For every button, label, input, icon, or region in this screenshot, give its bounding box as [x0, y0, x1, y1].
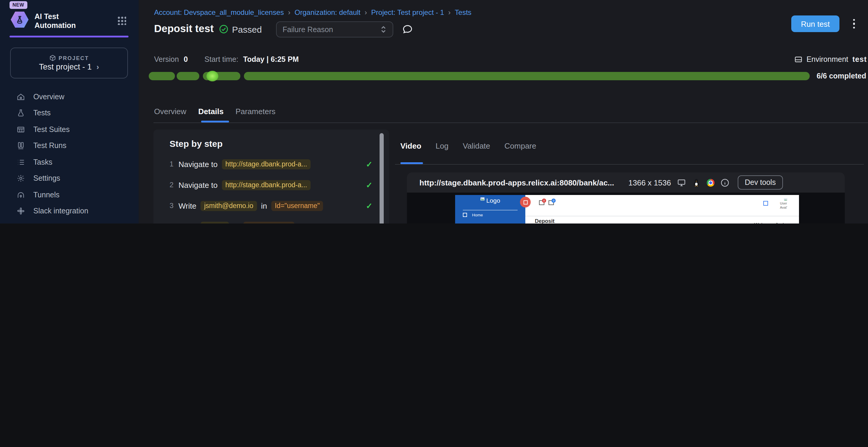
- step-row-4[interactable]: 4 Write ******** in Id="password": [169, 219, 372, 224]
- step-target-chip[interactable]: http://stage.dbank.prod-a...: [222, 180, 311, 190]
- progress-segment: [149, 72, 175, 80]
- run-test-button[interactable]: Run test: [791, 15, 839, 32]
- step-value-chip[interactable]: jsmith@demo.io: [200, 201, 257, 211]
- tab-overview[interactable]: Overview: [154, 107, 186, 116]
- step-row-3[interactable]: 3 Write jsmith@demo.io in Id="username": [169, 199, 372, 213]
- list-icon: [17, 158, 25, 166]
- step-target-chip[interactable]: Id="username": [271, 201, 323, 211]
- steps-title: Step by step: [169, 138, 222, 148]
- progress-active-glow: [207, 71, 218, 81]
- more-options-icon[interactable]: [853, 19, 856, 29]
- broken-image-icon: [480, 197, 485, 202]
- step-value-chip[interactable]: ********: [200, 221, 229, 224]
- info-icon[interactable]: [720, 178, 730, 187]
- app-grid-icon[interactable]: [117, 16, 126, 25]
- video-tabs: Video Log Validate Compare: [400, 141, 536, 150]
- progress-segment: [244, 72, 810, 80]
- status-badge: Passed: [232, 24, 262, 34]
- video-resolution: 1366 x 1536: [628, 178, 671, 187]
- environment-row: Environment test: [794, 55, 867, 64]
- chevron-right-icon: ›: [96, 62, 99, 71]
- bank-toolbar-icon: 0: [549, 200, 554, 205]
- tab-compare[interactable]: Compare: [504, 141, 536, 150]
- breadcrumb-project[interactable]: Project: Test project - 1: [371, 8, 444, 16]
- failure-reason-select[interactable]: Failure Reason: [276, 22, 393, 37]
- step-target-chip[interactable]: http://stage.dbank.prod-a...: [222, 159, 311, 169]
- tabs-divider: [154, 123, 868, 123]
- app-window: NEW AI Test Automation PROJECT Test proj…: [0, 0, 868, 224]
- start-time-label: Start time:: [204, 55, 238, 64]
- breadcrumb-organization[interactable]: Organization: default: [294, 8, 361, 16]
- step-row-1[interactable]: 1 Navigate to http://stage.dbank.prod-a.…: [169, 157, 372, 171]
- step-prep: in: [261, 201, 267, 210]
- detail-tabs: Overview Details Parameters: [154, 107, 275, 116]
- video-header: http://stage.dbank.prod-apps.relicx.ai:8…: [407, 172, 845, 193]
- sidebar-item-test-suites[interactable]: Test Suites: [0, 121, 138, 138]
- table-icon: [17, 126, 25, 134]
- sidebar-item-label: Settings: [33, 174, 60, 183]
- accent-divider: [9, 36, 128, 37]
- video-tabs-divider: [395, 164, 864, 165]
- sidebar: NEW AI Test Automation PROJECT Test proj…: [0, 0, 138, 224]
- sidebar-item-label: Slack integration: [33, 207, 88, 215]
- project-name: Test project - 1: [39, 62, 92, 71]
- sidebar-item-overview[interactable]: Overview: [0, 89, 138, 105]
- comment-icon[interactable]: [402, 24, 413, 34]
- sidebar-item-label: Tasks: [33, 158, 52, 166]
- bank-logo: Logo: [455, 197, 525, 204]
- sidebar-item-settings[interactable]: Settings: [0, 170, 138, 187]
- video-url: http://stage.dbank.prod-apps.relicx.ai:8…: [420, 178, 614, 187]
- environment-value: test: [852, 55, 867, 64]
- version-label: Version: [154, 55, 179, 64]
- bank-toolbar-icon: 0: [539, 200, 545, 205]
- project-label-row: PROJECT: [49, 55, 89, 61]
- breadcrumb-tests[interactable]: Tests: [455, 8, 471, 16]
- sidebar-item-cicd-integration[interactable]: CI-CD integration: [0, 219, 138, 224]
- sidebar-item-tests[interactable]: Tests: [0, 105, 138, 121]
- breadcrumb-account[interactable]: Account: Devspace_all_module_licenses: [154, 8, 284, 16]
- success-check-icon: [366, 180, 372, 189]
- step-verb: Navigate to: [179, 180, 218, 189]
- sidebar-item-test-runs[interactable]: Test Runs: [0, 138, 138, 154]
- sidebar-item-label: Test Runs: [33, 142, 66, 150]
- tab-details[interactable]: Details: [198, 107, 223, 116]
- sidebar-item-label: CI-CD integration: [33, 224, 91, 224]
- tab-validate[interactable]: Validate: [463, 141, 490, 150]
- sidebar-item-tunnels[interactable]: Tunnels: [0, 187, 138, 203]
- sidebar-item-label: Tunnels: [33, 191, 60, 199]
- tunnel-icon: [17, 191, 25, 199]
- bank-sidebar: Logo Home BANKING ACCOUNTS Checking Savi…: [455, 195, 525, 224]
- video-player: http://stage.dbank.prod-apps.relicx.ai:8…: [407, 172, 845, 224]
- package-icon: [49, 55, 56, 61]
- step-prep: in: [233, 222, 239, 224]
- sidebar-item-slack-integration[interactable]: Slack integration: [0, 203, 138, 219]
- columns-icon: [17, 142, 25, 150]
- success-check-icon: [366, 201, 372, 210]
- bank-main: 0 0 User Avat' Deposit Welcome Joshua De…: [525, 195, 799, 224]
- step-row-2[interactable]: 2 Navigate to http://stage.dbank.prod-a.…: [169, 178, 372, 192]
- sidebar-item-label: Test Suites: [33, 126, 70, 134]
- step-number: 4: [169, 222, 174, 224]
- tab-parameters[interactable]: Parameters: [236, 107, 275, 116]
- slack-icon: [17, 207, 25, 215]
- tab-video[interactable]: Video: [400, 141, 421, 150]
- bank-page-title: Deposit: [535, 218, 555, 224]
- video-frame[interactable]: Logo Home BANKING ACCOUNTS Checking Savi…: [455, 195, 799, 224]
- project-selector[interactable]: PROJECT Test project - 1 ›: [10, 47, 128, 78]
- step-number: 1: [169, 160, 174, 168]
- step-target-chip[interactable]: Id="password": [243, 221, 294, 224]
- dev-tools-button[interactable]: Dev tools: [738, 175, 783, 190]
- environment-label: Environment: [806, 55, 848, 64]
- tab-log[interactable]: Log: [435, 141, 448, 150]
- page-title: Deposit test: [154, 23, 214, 35]
- sidebar-item-tasks[interactable]: Tasks: [0, 154, 138, 170]
- chrome-icon: [707, 179, 714, 186]
- steps-scrollbar-thumb[interactable]: [379, 133, 384, 224]
- step-verb: Write: [179, 222, 196, 224]
- start-time-value: Today | 6:25 PM: [243, 55, 299, 64]
- notification-badge: 0: [552, 199, 556, 203]
- select-chevrons-icon: [380, 25, 387, 34]
- notification-badge: 0: [542, 199, 546, 203]
- environment-disk-icon: [794, 55, 802, 64]
- flask-icon: [17, 109, 25, 117]
